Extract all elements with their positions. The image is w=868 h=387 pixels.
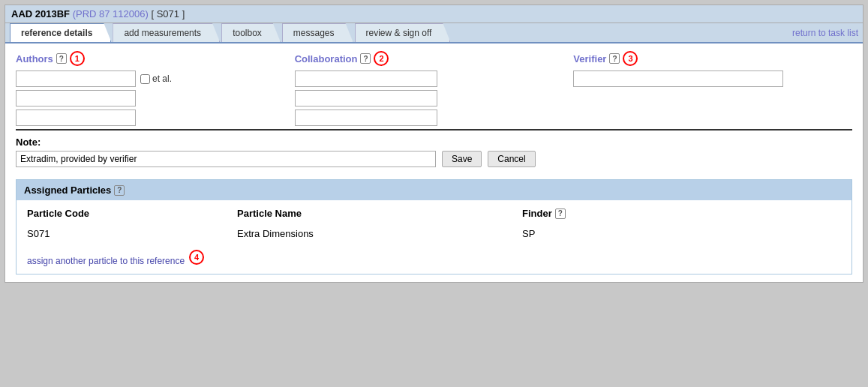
assign-step-circle: 4 bbox=[189, 250, 204, 265]
col-header-finder: Finder ? bbox=[522, 208, 841, 219]
assigned-particles-header: Assigned Particles ? bbox=[17, 180, 851, 200]
collaboration-col: Collaboration ? 2 bbox=[295, 51, 574, 126]
assign-particle-link[interactable]: assign another particle to this referenc… bbox=[27, 256, 185, 266]
assign-link-row: assign another particle to this referenc… bbox=[27, 248, 841, 266]
particle-code-value: S071 bbox=[27, 228, 237, 239]
author-row-1: et al. bbox=[16, 70, 287, 87]
authors-inputs: et al. bbox=[16, 70, 287, 126]
particles-table-header: Particle Code Particle Name Finder ? bbox=[27, 208, 841, 222]
tab-add-measurements[interactable]: add measurements bbox=[113, 23, 220, 42]
collaboration-help-icon[interactable]: ? bbox=[360, 53, 371, 64]
table-row: S071 Extra Dimensions SP bbox=[27, 226, 841, 241]
author-input-3[interactable] bbox=[16, 110, 136, 126]
authors-help-icon[interactable]: ? bbox=[56, 53, 67, 64]
save-button[interactable]: Save bbox=[442, 151, 482, 167]
verifier-label: Verifier ? 3 bbox=[573, 51, 845, 66]
verifier-help-icon[interactable]: ? bbox=[609, 53, 620, 64]
collaboration-inputs bbox=[295, 70, 566, 126]
assigned-particles-help-icon[interactable]: ? bbox=[114, 185, 125, 196]
col-header-code: Particle Code bbox=[27, 208, 237, 219]
nav-tabs: reference details add measurements toolb… bbox=[5, 23, 863, 44]
author-input-2[interactable] bbox=[16, 90, 136, 106]
header-title: AAD 2013BF (PRD 87 112006) [ S071 ] bbox=[11, 8, 185, 20]
assigned-particles-section: Assigned Particles ? Particle Code Parti… bbox=[16, 179, 852, 274]
collab-input-2[interactable] bbox=[295, 90, 437, 106]
verifier-col: Verifier ? 3 bbox=[573, 51, 852, 126]
et-al-checkbox[interactable] bbox=[140, 74, 150, 84]
prd-ref: (PRD 87 112006) bbox=[73, 8, 149, 20]
verifier-inputs bbox=[573, 70, 845, 87]
et-al-label: et al. bbox=[140, 74, 172, 84]
author-input-1[interactable] bbox=[16, 70, 136, 87]
verifier-step-circle: 3 bbox=[623, 51, 638, 66]
authors-step-circle: 1 bbox=[70, 51, 85, 66]
note-section: Note: Save Cancel bbox=[16, 136, 852, 167]
collab-input-1[interactable] bbox=[295, 70, 437, 87]
particle-finder-value: SP bbox=[522, 228, 841, 239]
tab-messages[interactable]: messages bbox=[282, 23, 353, 42]
collab-input-3[interactable] bbox=[295, 110, 437, 126]
outer-container: AAD 2013BF (PRD 87 112006) [ S071 ] refe… bbox=[0, 0, 868, 287]
tab-toolbox[interactable]: toolbox bbox=[221, 23, 281, 42]
collaboration-step-circle: 2 bbox=[374, 51, 389, 66]
authors-col: Authors ? 1 et al. bbox=[16, 51, 295, 126]
particle-code: [ S071 ] bbox=[151, 8, 185, 20]
col-header-name: Particle Name bbox=[237, 208, 522, 219]
return-to-task-list-link[interactable]: return to task list bbox=[792, 25, 858, 41]
finder-help-icon[interactable]: ? bbox=[555, 208, 566, 219]
note-row: Save Cancel bbox=[16, 151, 852, 167]
note-input[interactable] bbox=[16, 151, 436, 167]
fields-row: Authors ? 1 et al. bbox=[16, 51, 852, 130]
collaboration-label: Collaboration ? 2 bbox=[295, 51, 566, 66]
authors-label: Authors ? 1 bbox=[16, 51, 287, 66]
header-bar: AAD 2013BF (PRD 87 112006) [ S071 ] bbox=[5, 5, 863, 23]
main-content: Authors ? 1 et al. bbox=[5, 44, 863, 282]
inspire-id: AAD 2013BF bbox=[11, 8, 70, 20]
tab-reference-details[interactable]: reference details bbox=[10, 23, 111, 42]
note-label: Note: bbox=[16, 136, 852, 148]
assigned-particles-body: Particle Code Particle Name Finder ? S07… bbox=[17, 200, 851, 274]
cancel-button[interactable]: Cancel bbox=[488, 151, 535, 167]
tab-review-sign-off[interactable]: review & sign off bbox=[355, 23, 451, 42]
particle-name-value: Extra Dimensions bbox=[237, 228, 522, 239]
verifier-input-1[interactable] bbox=[573, 70, 783, 87]
inner-container: AAD 2013BF (PRD 87 112006) [ S071 ] refe… bbox=[5, 4, 863, 283]
